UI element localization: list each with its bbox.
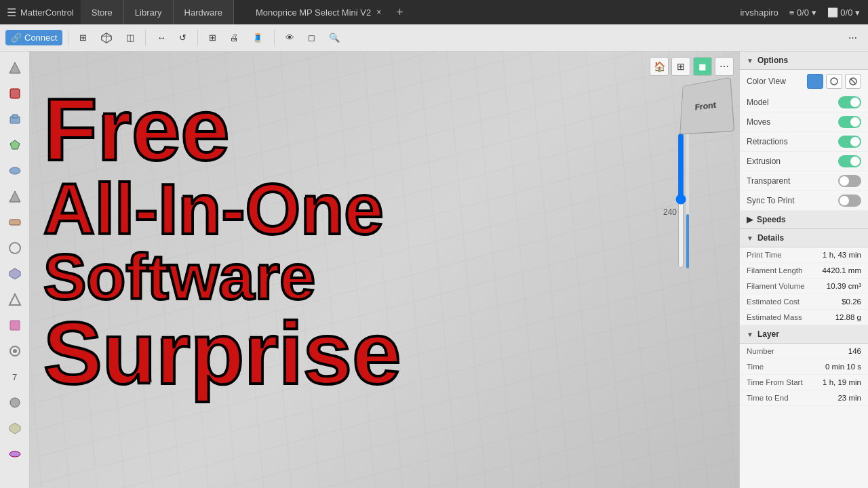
- more-button[interactable]: ⋯: [843, 30, 863, 45]
- sidebar-icon-11[interactable]: [4, 340, 26, 362]
- time-to-end-row: Time to End 23 min: [740, 390, 868, 406]
- time-from-start-value: 1 h, 19 min: [823, 378, 861, 386]
- title-bar-right: irvshapiro ≡ 0/0 ▾ ⬜ 0/0 ▾: [740, 7, 868, 18]
- retractions-toggle[interactable]: [838, 136, 861, 148]
- left-sidebar: 7: [0, 52, 30, 488]
- estimated-mass-row: Estimated Mass 12.88 g: [740, 310, 868, 325]
- svg-point-16: [13, 349, 17, 353]
- retractions-label: Retractions: [747, 137, 788, 146]
- moves-label: Moves: [747, 117, 770, 127]
- arrange-button[interactable]: ⊞: [203, 30, 222, 45]
- svg-marker-13: [9, 294, 20, 305]
- transparent-toggle[interactable]: [838, 175, 861, 187]
- layer-number-label-txt: Number: [747, 347, 774, 355]
- viewport[interactable]: Free All-In-One Software Surprise 🏠 ⊞ ◼ …: [30, 52, 739, 488]
- moves-toggle[interactable]: [838, 116, 861, 128]
- home-view-button[interactable]: 🏠: [650, 57, 669, 76]
- toolbar-separator-2: [145, 30, 146, 46]
- svg-point-11: [9, 243, 20, 253]
- printer-select-button[interactable]: 🖨: [224, 30, 244, 45]
- speeds-label: Speeds: [757, 215, 786, 224]
- svg-rect-14: [10, 321, 20, 330]
- view-button1[interactable]: 👁: [280, 30, 300, 45]
- tab-hardware[interactable]: Hardware: [174, 0, 234, 24]
- printer-tab-close[interactable]: ×: [376, 7, 381, 17]
- undo-button[interactable]: ↺: [174, 30, 192, 45]
- layer-fill: [686, 214, 689, 268]
- app-menu[interactable]: ☰ MatterControl: [0, 6, 81, 19]
- counter2: ⬜ 0/0 ▾: [827, 7, 860, 18]
- view-3d-button[interactable]: [95, 29, 118, 47]
- title-bar: ☰ MatterControl Store Library Hardware M…: [0, 0, 868, 24]
- sidebar-icon-8[interactable]: [4, 263, 26, 285]
- sidebar-icon-15[interactable]: [4, 443, 26, 465]
- sidebar-icon-9[interactable]: [4, 289, 26, 310]
- view-button3[interactable]: 🔍: [323, 30, 345, 45]
- layer-slider[interactable]: [675, 133, 686, 268]
- view-flat-button[interactable]: ⊞: [74, 30, 92, 45]
- sync-toggle-row: Sync To Print: [740, 191, 868, 211]
- extrusion-toggle[interactable]: [838, 155, 861, 167]
- sidebar-icon-0[interactable]: [4, 57, 26, 79]
- layer-number-row: Number 146: [740, 344, 868, 359]
- layer-label: Layer: [757, 329, 779, 339]
- transparent-label: Transparent: [747, 176, 790, 186]
- svg-rect-6: [12, 115, 18, 118]
- right-panel: ▼ Options Color View: [739, 52, 868, 488]
- view-button2[interactable]: ◻: [302, 30, 321, 45]
- connect-button[interactable]: 🔗 Connect: [5, 30, 62, 45]
- svg-marker-7: [10, 140, 20, 149]
- options-section-header[interactable]: ▼ Options: [740, 52, 868, 70]
- filament-button[interactable]: 🧵: [247, 30, 269, 45]
- color-view-xray[interactable]: [845, 74, 861, 89]
- color-view-color[interactable]: [807, 74, 823, 89]
- model-toggle-row: Model: [740, 93, 868, 113]
- grid-svg: [30, 52, 739, 488]
- retractions-toggle-row: Retractions: [740, 132, 868, 152]
- orthographic-button[interactable]: ⊞: [671, 57, 690, 76]
- filament-length-value: 4420.1 mm: [822, 266, 861, 274]
- hamburger-icon[interactable]: ☰: [7, 6, 16, 19]
- speeds-section-header[interactable]: ▶ Speeds: [740, 211, 868, 229]
- layer-chevron: ▼: [747, 331, 753, 338]
- svg-rect-21: [811, 77, 819, 85]
- more-view-button[interactable]: ⋯: [715, 57, 734, 76]
- sidebar-icon-6[interactable]: [4, 211, 26, 233]
- sync-toggle[interactable]: [838, 195, 861, 207]
- nav-tabs: Store Library Hardware: [81, 0, 234, 24]
- sync-label: Sync To Print: [747, 196, 794, 205]
- tab-library[interactable]: Library: [124, 0, 174, 24]
- svg-rect-4: [10, 89, 20, 98]
- sidebar-icon-2[interactable]: [4, 108, 26, 130]
- filament-volume-row: Filament Volume 10.39 cm³: [740, 279, 868, 294]
- counter1: ≡ 0/0 ▾: [789, 7, 816, 18]
- add-tab-button[interactable]: +: [389, 5, 410, 20]
- print-time-row: Print Time 1 h, 43 min: [740, 247, 868, 263]
- sidebar-icon-5[interactable]: [4, 186, 26, 207]
- tab-store[interactable]: Store: [81, 0, 124, 24]
- sidebar-icon-12[interactable]: 7: [4, 366, 26, 388]
- details-section-header[interactable]: ▼ Details: [740, 229, 868, 247]
- user-name: irvshapiro: [740, 7, 778, 18]
- moves-toggle-row: Moves: [740, 113, 868, 132]
- time-from-start-row: Time From Start 1 h, 19 min: [740, 375, 868, 390]
- view-layers-button[interactable]: ◫: [121, 30, 140, 45]
- cube-navigator[interactable]: Front: [678, 79, 732, 133]
- sidebar-icon-7[interactable]: [4, 237, 26, 259]
- sidebar-icon-4[interactable]: [4, 160, 26, 182]
- transparent-toggle-row: Transparent: [740, 171, 868, 191]
- sidebar-icon-1[interactable]: [4, 83, 26, 104]
- printer-tab[interactable]: Monoprice MP Select Mini V2 ×: [248, 7, 389, 18]
- print-time-value: 1 h, 43 min: [823, 251, 861, 259]
- color-view-solid[interactable]: [826, 74, 842, 89]
- sidebar-icon-10[interactable]: [4, 314, 26, 336]
- sidebar-icon-13[interactable]: [4, 392, 26, 413]
- move-button[interactable]: ↔: [151, 30, 171, 45]
- solid-view-button[interactable]: ◼: [693, 57, 712, 76]
- sidebar-icon-14[interactable]: [4, 418, 26, 439]
- svg-marker-9: [9, 191, 20, 202]
- sidebar-icon-3[interactable]: [4, 134, 26, 156]
- model-toggle[interactable]: [838, 96, 861, 108]
- layer-section-header[interactable]: ▼ Layer: [740, 325, 868, 344]
- toolbar-separator-4: [274, 30, 275, 46]
